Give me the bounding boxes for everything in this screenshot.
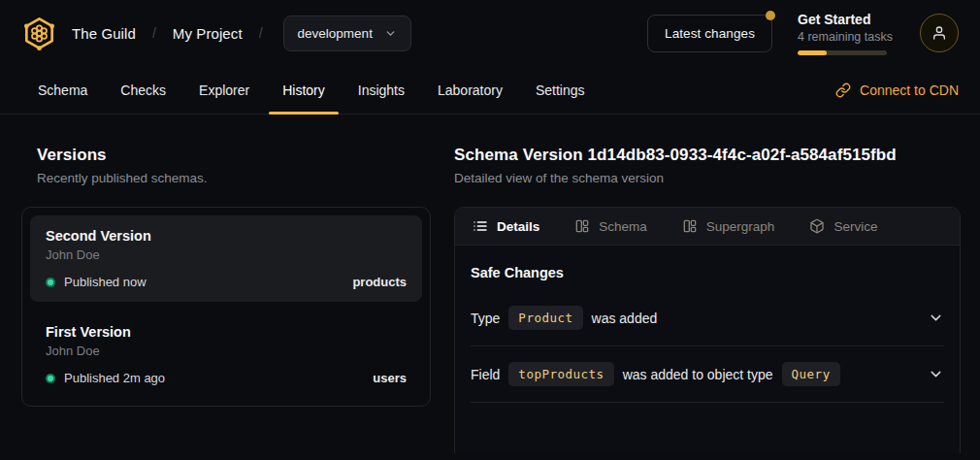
chevron-down-icon	[384, 27, 397, 40]
nav-tab-insights[interactable]: Insights	[342, 66, 421, 114]
connect-to-cdn-link[interactable]: Connect to CDN	[835, 66, 959, 114]
versions-panel: Versions Recently published schemas. Sec…	[21, 132, 431, 460]
get-started-subtitle: 4 remaining tasks	[798, 30, 895, 44]
version-service-name: products	[352, 275, 407, 289]
schema-version-detail-card: DetailsSchemaSupergraphService Safe Chan…	[454, 207, 961, 453]
version-name: Second Version	[46, 228, 407, 244]
version-item[interactable]: First VersionJohn DoePublished 2m agouse…	[30, 312, 422, 398]
changes-section-title: Safe Changes	[471, 265, 944, 280]
project-nav: SchemaChecksExplorerHistoryInsightsLabor…	[0, 66, 980, 115]
get-started-progress-fill	[798, 50, 827, 55]
change-text: Type	[471, 311, 500, 326]
tab-service[interactable]: Service	[809, 218, 877, 234]
breadcrumb-org[interactable]: The Guild	[72, 25, 136, 42]
latest-changes-label: Latest changes	[665, 26, 755, 41]
tab-label: Service	[833, 219, 877, 234]
breadcrumb-project[interactable]: My Project	[173, 25, 243, 42]
get-started-title: Get Started	[798, 12, 895, 27]
version-author: John Doe	[46, 344, 407, 358]
change-text: was added to object type	[623, 367, 773, 382]
versions-list: Second VersionJohn DoePublished nowprodu…	[21, 207, 431, 407]
tab-supergraph[interactable]: Supergraph	[682, 218, 775, 234]
change-text: Field	[471, 367, 500, 382]
breadcrumb: The Guild / My Project / development	[21, 16, 411, 51]
version-item[interactable]: Second VersionJohn DoePublished nowprodu…	[30, 215, 422, 302]
nav-tab-schema[interactable]: Schema	[21, 66, 104, 114]
breadcrumb-separator: /	[257, 25, 265, 41]
detail-body: Safe Changes TypeProductwas addedFieldto…	[455, 246, 960, 403]
target-selector[interactable]: development	[283, 16, 411, 51]
main-content: Versions Recently published schemas. Sec…	[0, 115, 980, 460]
schema-change-row[interactable]: FieldtopProductswas added to object type…	[471, 346, 944, 403]
detail-tab-list: DetailsSchemaSupergraphService	[455, 208, 960, 246]
change-text: was added	[592, 311, 658, 326]
latest-changes-button[interactable]: Latest changes	[647, 15, 772, 52]
columns-icon	[682, 218, 698, 234]
nav-tab-explorer[interactable]: Explorer	[182, 66, 266, 114]
tab-details[interactable]: Details	[473, 218, 539, 234]
version-status-text: Published now	[64, 275, 147, 289]
link-icon	[835, 82, 851, 98]
nav-tab-list: SchemaChecksExplorerHistoryInsightsLabor…	[21, 66, 602, 114]
published-status-dot-icon	[46, 374, 55, 383]
versions-subtitle: Recently published schemas.	[37, 171, 431, 185]
changes-list: TypeProductwas addedFieldtopProductswas …	[471, 290, 944, 403]
nav-tab-history[interactable]: History	[266, 66, 342, 114]
chevron-down-icon[interactable]	[928, 310, 944, 326]
schema-version-panel: Schema Version 1d14db83-0933-4f4c-a02f-a…	[454, 132, 961, 460]
schema-version-subtitle: Detailed view of the schema version	[454, 171, 961, 185]
notification-dot	[766, 11, 775, 20]
guild-hive-logo-icon[interactable]	[21, 16, 57, 51]
code-chip: topProducts	[508, 362, 613, 386]
version-author: John Doe	[46, 247, 407, 262]
list-icon	[473, 218, 488, 234]
nav-tab-settings[interactable]: Settings	[519, 66, 602, 114]
nav-tab-checks[interactable]: Checks	[104, 66, 182, 114]
user-avatar[interactable]	[920, 14, 959, 52]
code-chip: Product	[508, 306, 582, 330]
chevron-down-icon[interactable]	[928, 366, 944, 382]
schema-version-title: Schema Version 1d14db83-0933-4f4c-a02f-a…	[454, 146, 961, 165]
version-status-row: Published nowproducts	[46, 275, 407, 289]
version-name: First Version	[46, 324, 407, 340]
versions-title: Versions	[37, 146, 431, 165]
connect-to-cdn-label: Connect to CDN	[860, 82, 959, 98]
target-selector-value: development	[298, 26, 373, 41]
tab-label: Supergraph	[706, 219, 775, 234]
get-started-widget[interactable]: Get Started 4 remaining tasks	[798, 12, 895, 55]
cube-icon	[809, 218, 825, 234]
version-status-row: Published 2m agousers	[46, 371, 407, 385]
tab-schema[interactable]: Schema	[574, 218, 647, 234]
breadcrumb-separator: /	[150, 25, 158, 41]
tab-label: Schema	[599, 219, 647, 234]
columns-icon	[574, 218, 590, 234]
nav-tab-laboratory[interactable]: Laboratory	[421, 66, 519, 114]
version-status-text: Published 2m ago	[64, 371, 165, 385]
schema-change-row[interactable]: TypeProductwas added	[471, 290, 944, 346]
user-icon	[931, 25, 947, 41]
app-header: The Guild / My Project / development Lat…	[0, 0, 980, 66]
code-chip: Query	[782, 362, 840, 386]
version-service-name: users	[373, 371, 407, 385]
published-status-dot-icon	[46, 278, 55, 287]
header-actions: Latest changes Get Started 4 remaining t…	[647, 12, 959, 55]
get-started-progressbar	[798, 50, 887, 55]
tab-label: Details	[497, 219, 539, 234]
